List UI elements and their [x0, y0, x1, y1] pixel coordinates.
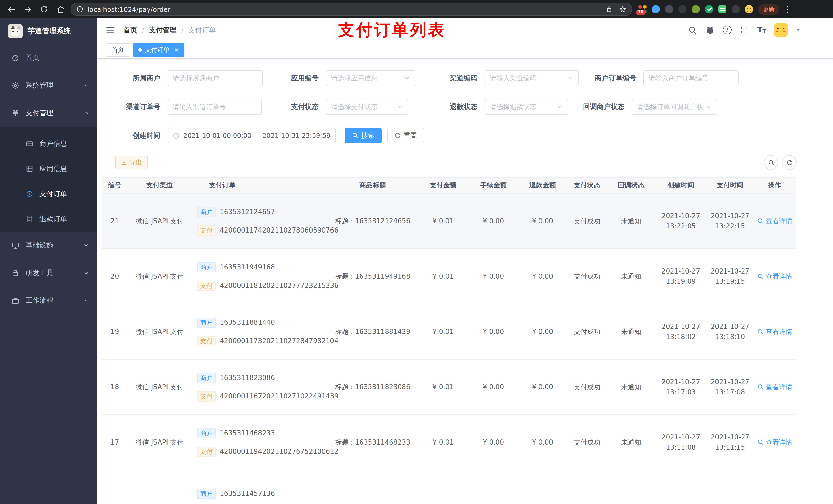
pay-badge: 支付 — [197, 225, 216, 235]
view-detail-link[interactable]: 查看详情 — [754, 438, 795, 447]
merchant-badge: 商户 — [197, 262, 216, 272]
dashboard-icon — [11, 54, 20, 62]
sidebar-item-merchant-info[interactable]: 商户信息 — [0, 131, 97, 156]
browser-forward-button[interactable] — [23, 4, 33, 14]
browser-menu-icon[interactable]: ⋮ — [783, 4, 791, 14]
sidebar-item-devtools[interactable]: 研发工具 — [0, 259, 97, 287]
bookmark-star-icon[interactable] — [619, 5, 626, 13]
view-detail-link[interactable]: 查看详情 — [754, 272, 795, 281]
lock-icon — [11, 269, 20, 277]
refresh-icon — [395, 132, 401, 139]
font-size-icon[interactable]: TT — [757, 26, 766, 34]
status-text: 支付成功 — [567, 327, 607, 336]
extension-badge: 10 — [636, 10, 645, 15]
channel-order-no-input[interactable] — [168, 99, 262, 115]
breadcrumb-home[interactable]: 首页 — [123, 25, 137, 34]
breadcrumb-current: 支付订单 — [188, 25, 216, 34]
sidebar-item-refund-order[interactable]: 退款订单 — [0, 207, 97, 232]
sidebar: 芋道管理系统 首页 系统管理 ¥ 支付管理 — [0, 19, 97, 504]
breadcrumb-payment[interactable]: 支付管理 — [149, 25, 176, 34]
extension-colordots-icon[interactable]: 10 — [638, 5, 646, 13]
user-avatar[interactable] — [774, 23, 788, 37]
document-icon — [26, 215, 33, 223]
breadcrumb: 首页 / 支付管理 / 支付订单 — [123, 25, 216, 34]
extension-dark-icon[interactable] — [665, 5, 673, 13]
notify-text: 未通知 — [607, 272, 655, 281]
extension-chat-icon[interactable] — [718, 5, 727, 13]
hamburger-icon[interactable] — [105, 25, 115, 35]
sidebar-item-workflow[interactable]: 工作流程 — [0, 287, 97, 314]
extension-puzzle-icon[interactable] — [732, 5, 740, 13]
url-text: localhost:1024/pay/order — [88, 5, 170, 13]
browser-chrome: localhost:1024/pay/order 10 更新 ⋮ — [0, 0, 833, 19]
avatar-caret-icon[interactable] — [796, 29, 800, 31]
orders-table: 编号 支付渠道 支付订单 商品标题 支付金额 手续金额 退款金额 支付状态 回调… — [102, 177, 795, 504]
refresh-table-button[interactable] — [782, 155, 796, 170]
extension-dark2-icon[interactable] — [678, 5, 687, 13]
extension-olive-icon[interactable] — [692, 5, 700, 13]
address-bar[interactable]: localhost:1024/pay/order — [71, 3, 632, 16]
reset-button[interactable]: 重置 — [387, 127, 424, 143]
pay-badge: 支付 — [197, 281, 216, 291]
clock-icon — [173, 132, 180, 139]
tags-view-bar: 首页 支付订单 × — [97, 42, 833, 59]
browser-refresh-button[interactable] — [39, 4, 49, 14]
status-text: 支付成功 — [567, 216, 607, 225]
channel-code-select[interactable] — [485, 70, 579, 86]
view-detail-link[interactable]: 查看详情 — [754, 216, 795, 225]
browser-back-button[interactable] — [6, 4, 16, 14]
browser-home-button[interactable] — [55, 4, 66, 14]
sidebar-item-infra[interactable]: 基础设施 — [0, 232, 97, 259]
chevron-down-icon — [556, 103, 563, 110]
tab-home[interactable]: 首页 — [106, 43, 129, 57]
chevron-down-icon — [83, 270, 89, 276]
sidebar-item-home[interactable]: 首页 — [0, 44, 97, 72]
extension-emoji-icon[interactable] — [745, 5, 753, 13]
merchant-badge: 商户 — [197, 317, 216, 328]
share-icon[interactable] — [605, 6, 613, 13]
notify-text: 未通知 — [607, 438, 655, 447]
github-icon[interactable] — [706, 25, 715, 34]
help-icon[interactable]: ? — [723, 26, 732, 34]
search-icon — [768, 159, 774, 166]
search-button[interactable]: 搜索 — [345, 127, 382, 143]
chevron-down-icon — [706, 103, 712, 110]
sidebar-item-pay-order[interactable]: 支付订单 — [0, 181, 97, 207]
table-header: 编号 支付渠道 支付订单 商品标题 支付金额 手续金额 退款金额 支付状态 回调… — [102, 177, 795, 194]
pay-badge: 支付 — [197, 391, 216, 401]
create-time-range-picker[interactable]: 2021-10-01 00:00:00 - 2021-10-31 23:59:5… — [168, 127, 336, 143]
browser-update-button[interactable]: 更新 — [758, 4, 779, 15]
extension-check-icon[interactable] — [705, 5, 713, 13]
chevron-down-icon — [83, 242, 89, 248]
view-detail-link[interactable]: 查看详情 — [754, 327, 795, 336]
toggle-search-button[interactable] — [764, 155, 778, 170]
notify-status-select[interactable] — [632, 99, 717, 115]
export-button[interactable]: 导出 — [115, 156, 147, 169]
merchant-order-no-input[interactable] — [643, 70, 739, 86]
table-row-partial: 商户1635311457136 — [102, 470, 795, 504]
chevron-up-icon — [83, 110, 89, 116]
refund-status-select[interactable] — [485, 99, 568, 115]
view-detail-link[interactable]: 查看详情 — [754, 382, 795, 391]
sidebar-item-payment[interactable]: ¥ 支付管理 — [0, 99, 97, 127]
search-icon[interactable] — [688, 25, 697, 34]
sidebar-item-system[interactable]: 系统管理 — [0, 72, 97, 99]
notify-text: 未通知 — [607, 216, 655, 225]
close-icon[interactable]: × — [174, 47, 179, 53]
search-icon — [352, 132, 359, 139]
site-info-icon[interactable] — [76, 6, 84, 13]
chevron-down-icon — [83, 297, 89, 304]
status-text: 支付成功 — [567, 382, 607, 391]
target-icon — [26, 190, 33, 198]
page-annotation: 支付订单列表 — [338, 19, 446, 41]
tab-pay-order[interactable]: 支付订单 × — [133, 43, 185, 57]
merchant-select[interactable] — [168, 70, 263, 86]
fullscreen-icon[interactable] — [740, 25, 749, 34]
sidebar-item-app-info[interactable]: 应用信息 — [0, 156, 97, 181]
download-icon — [121, 159, 127, 165]
search-icon — [757, 328, 764, 335]
extension-drop-icon[interactable] — [652, 5, 660, 13]
status-text: 支付成功 — [567, 438, 607, 447]
pay-status-select[interactable] — [326, 99, 408, 115]
app-id-select[interactable] — [326, 70, 415, 86]
